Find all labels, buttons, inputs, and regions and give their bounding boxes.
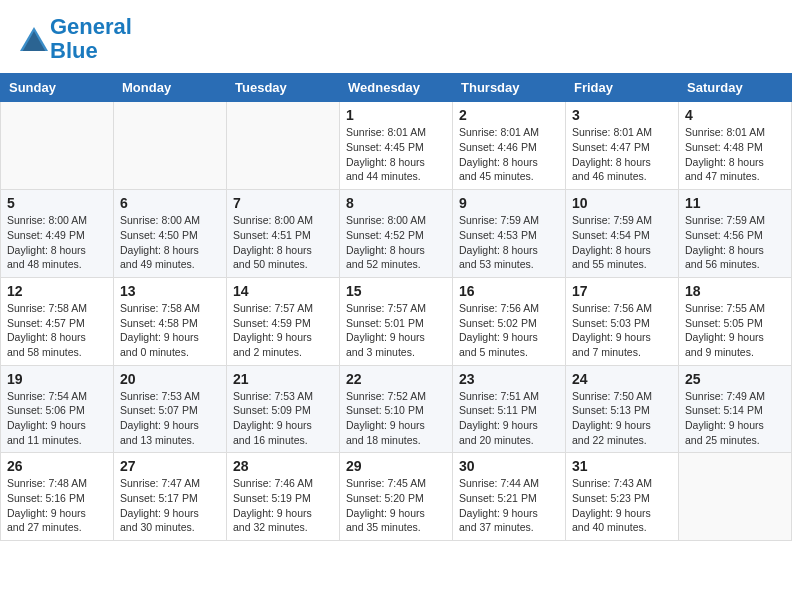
- day-number: 12: [7, 283, 107, 299]
- calendar-cell: 3Sunrise: 8:01 AM Sunset: 4:47 PM Daylig…: [566, 102, 679, 190]
- calendar-week-4: 19Sunrise: 7:54 AM Sunset: 5:06 PM Dayli…: [1, 365, 792, 453]
- calendar-cell: 28Sunrise: 7:46 AM Sunset: 5:19 PM Dayli…: [227, 453, 340, 541]
- calendar-cell: 23Sunrise: 7:51 AM Sunset: 5:11 PM Dayli…: [453, 365, 566, 453]
- calendar-cell: 29Sunrise: 7:45 AM Sunset: 5:20 PM Dayli…: [340, 453, 453, 541]
- day-info: Sunrise: 8:01 AM Sunset: 4:48 PM Dayligh…: [685, 125, 785, 184]
- day-info: Sunrise: 7:56 AM Sunset: 5:03 PM Dayligh…: [572, 301, 672, 360]
- day-info: Sunrise: 8:00 AM Sunset: 4:51 PM Dayligh…: [233, 213, 333, 272]
- calendar-cell: 17Sunrise: 7:56 AM Sunset: 5:03 PM Dayli…: [566, 277, 679, 365]
- calendar-cell: 19Sunrise: 7:54 AM Sunset: 5:06 PM Dayli…: [1, 365, 114, 453]
- day-info: Sunrise: 7:54 AM Sunset: 5:06 PM Dayligh…: [7, 389, 107, 448]
- calendar-cell: 27Sunrise: 7:47 AM Sunset: 5:17 PM Dayli…: [114, 453, 227, 541]
- day-number: 25: [685, 371, 785, 387]
- calendar-cell: 26Sunrise: 7:48 AM Sunset: 5:16 PM Dayli…: [1, 453, 114, 541]
- calendar-cell: 31Sunrise: 7:43 AM Sunset: 5:23 PM Dayli…: [566, 453, 679, 541]
- day-info: Sunrise: 7:59 AM Sunset: 4:56 PM Dayligh…: [685, 213, 785, 272]
- weekday-tuesday: Tuesday: [227, 74, 340, 102]
- day-number: 17: [572, 283, 672, 299]
- weekday-saturday: Saturday: [679, 74, 792, 102]
- day-info: Sunrise: 8:00 AM Sunset: 4:50 PM Dayligh…: [120, 213, 220, 272]
- day-number: 7: [233, 195, 333, 211]
- calendar-cell: 18Sunrise: 7:55 AM Sunset: 5:05 PM Dayli…: [679, 277, 792, 365]
- calendar-cell: 13Sunrise: 7:58 AM Sunset: 4:58 PM Dayli…: [114, 277, 227, 365]
- day-number: 24: [572, 371, 672, 387]
- calendar-cell: 14Sunrise: 7:57 AM Sunset: 4:59 PM Dayli…: [227, 277, 340, 365]
- day-info: Sunrise: 7:58 AM Sunset: 4:58 PM Dayligh…: [120, 301, 220, 360]
- calendar-week-1: 1Sunrise: 8:01 AM Sunset: 4:45 PM Daylig…: [1, 102, 792, 190]
- day-number: 26: [7, 458, 107, 474]
- day-number: 20: [120, 371, 220, 387]
- day-info: Sunrise: 7:52 AM Sunset: 5:10 PM Dayligh…: [346, 389, 446, 448]
- calendar-table: SundayMondayTuesdayWednesdayThursdayFrid…: [0, 73, 792, 541]
- calendar-cell: 24Sunrise: 7:50 AM Sunset: 5:13 PM Dayli…: [566, 365, 679, 453]
- day-number: 31: [572, 458, 672, 474]
- calendar-cell: 2Sunrise: 8:01 AM Sunset: 4:46 PM Daylig…: [453, 102, 566, 190]
- weekday-sunday: Sunday: [1, 74, 114, 102]
- weekday-friday: Friday: [566, 74, 679, 102]
- day-info: Sunrise: 7:57 AM Sunset: 4:59 PM Dayligh…: [233, 301, 333, 360]
- day-number: 13: [120, 283, 220, 299]
- day-info: Sunrise: 7:44 AM Sunset: 5:21 PM Dayligh…: [459, 476, 559, 535]
- day-info: Sunrise: 7:47 AM Sunset: 5:17 PM Dayligh…: [120, 476, 220, 535]
- day-info: Sunrise: 8:00 AM Sunset: 4:52 PM Dayligh…: [346, 213, 446, 272]
- day-number: 18: [685, 283, 785, 299]
- calendar-cell: 25Sunrise: 7:49 AM Sunset: 5:14 PM Dayli…: [679, 365, 792, 453]
- calendar-body: 1Sunrise: 8:01 AM Sunset: 4:45 PM Daylig…: [1, 102, 792, 541]
- day-number: 11: [685, 195, 785, 211]
- day-number: 3: [572, 107, 672, 123]
- day-info: Sunrise: 7:49 AM Sunset: 5:14 PM Dayligh…: [685, 389, 785, 448]
- page-header: GeneralBlue: [0, 0, 792, 73]
- day-info: Sunrise: 7:56 AM Sunset: 5:02 PM Dayligh…: [459, 301, 559, 360]
- weekday-header-row: SundayMondayTuesdayWednesdayThursdayFrid…: [1, 74, 792, 102]
- day-info: Sunrise: 8:01 AM Sunset: 4:45 PM Dayligh…: [346, 125, 446, 184]
- calendar-cell: 8Sunrise: 8:00 AM Sunset: 4:52 PM Daylig…: [340, 190, 453, 278]
- day-number: 5: [7, 195, 107, 211]
- calendar-header: SundayMondayTuesdayWednesdayThursdayFrid…: [1, 74, 792, 102]
- day-info: Sunrise: 7:48 AM Sunset: 5:16 PM Dayligh…: [7, 476, 107, 535]
- day-number: 6: [120, 195, 220, 211]
- calendar-cell: 9Sunrise: 7:59 AM Sunset: 4:53 PM Daylig…: [453, 190, 566, 278]
- logo-text: GeneralBlue: [50, 15, 132, 63]
- day-info: Sunrise: 7:53 AM Sunset: 5:09 PM Dayligh…: [233, 389, 333, 448]
- day-number: 21: [233, 371, 333, 387]
- day-info: Sunrise: 7:45 AM Sunset: 5:20 PM Dayligh…: [346, 476, 446, 535]
- day-info: Sunrise: 7:55 AM Sunset: 5:05 PM Dayligh…: [685, 301, 785, 360]
- calendar-cell: 7Sunrise: 8:00 AM Sunset: 4:51 PM Daylig…: [227, 190, 340, 278]
- day-info: Sunrise: 7:59 AM Sunset: 4:54 PM Dayligh…: [572, 213, 672, 272]
- calendar-cell: [679, 453, 792, 541]
- day-info: Sunrise: 7:51 AM Sunset: 5:11 PM Dayligh…: [459, 389, 559, 448]
- calendar-week-5: 26Sunrise: 7:48 AM Sunset: 5:16 PM Dayli…: [1, 453, 792, 541]
- calendar-cell: 16Sunrise: 7:56 AM Sunset: 5:02 PM Dayli…: [453, 277, 566, 365]
- calendar-cell: 4Sunrise: 8:01 AM Sunset: 4:48 PM Daylig…: [679, 102, 792, 190]
- weekday-monday: Monday: [114, 74, 227, 102]
- day-number: 16: [459, 283, 559, 299]
- calendar-cell: 1Sunrise: 8:01 AM Sunset: 4:45 PM Daylig…: [340, 102, 453, 190]
- logo: GeneralBlue: [20, 15, 132, 63]
- calendar-cell: 21Sunrise: 7:53 AM Sunset: 5:09 PM Dayli…: [227, 365, 340, 453]
- calendar-cell: [227, 102, 340, 190]
- day-info: Sunrise: 7:50 AM Sunset: 5:13 PM Dayligh…: [572, 389, 672, 448]
- day-number: 1: [346, 107, 446, 123]
- weekday-wednesday: Wednesday: [340, 74, 453, 102]
- calendar-week-2: 5Sunrise: 8:00 AM Sunset: 4:49 PM Daylig…: [1, 190, 792, 278]
- calendar-cell: 11Sunrise: 7:59 AM Sunset: 4:56 PM Dayli…: [679, 190, 792, 278]
- logo-icon: [20, 27, 48, 51]
- calendar-cell: 12Sunrise: 7:58 AM Sunset: 4:57 PM Dayli…: [1, 277, 114, 365]
- day-info: Sunrise: 7:57 AM Sunset: 5:01 PM Dayligh…: [346, 301, 446, 360]
- day-number: 2: [459, 107, 559, 123]
- day-info: Sunrise: 8:01 AM Sunset: 4:46 PM Dayligh…: [459, 125, 559, 184]
- calendar-cell: 6Sunrise: 8:00 AM Sunset: 4:50 PM Daylig…: [114, 190, 227, 278]
- day-info: Sunrise: 7:58 AM Sunset: 4:57 PM Dayligh…: [7, 301, 107, 360]
- day-info: Sunrise: 7:43 AM Sunset: 5:23 PM Dayligh…: [572, 476, 672, 535]
- calendar-cell: 22Sunrise: 7:52 AM Sunset: 5:10 PM Dayli…: [340, 365, 453, 453]
- calendar-cell: [1, 102, 114, 190]
- day-info: Sunrise: 8:00 AM Sunset: 4:49 PM Dayligh…: [7, 213, 107, 272]
- calendar-cell: 10Sunrise: 7:59 AM Sunset: 4:54 PM Dayli…: [566, 190, 679, 278]
- calendar-cell: 15Sunrise: 7:57 AM Sunset: 5:01 PM Dayli…: [340, 277, 453, 365]
- weekday-thursday: Thursday: [453, 74, 566, 102]
- calendar-week-3: 12Sunrise: 7:58 AM Sunset: 4:57 PM Dayli…: [1, 277, 792, 365]
- day-number: 30: [459, 458, 559, 474]
- day-number: 10: [572, 195, 672, 211]
- calendar-cell: 30Sunrise: 7:44 AM Sunset: 5:21 PM Dayli…: [453, 453, 566, 541]
- day-number: 27: [120, 458, 220, 474]
